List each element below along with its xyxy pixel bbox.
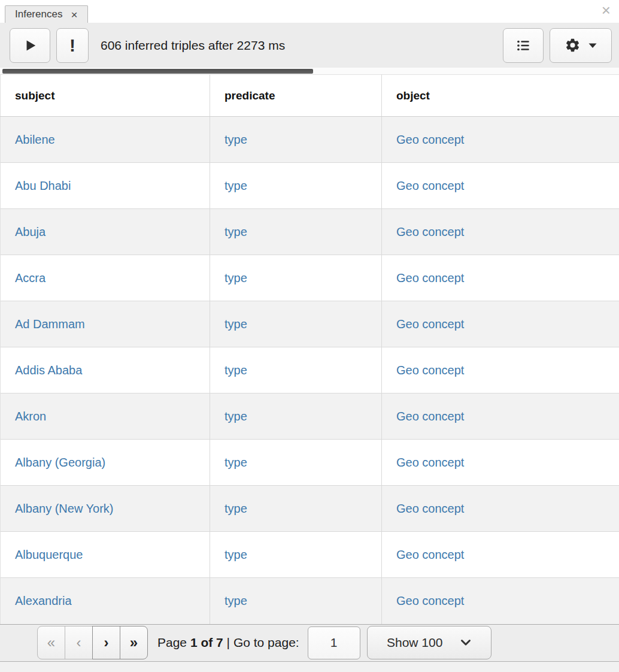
object-link[interactable]: Geo concept <box>396 133 464 146</box>
panel-close-icon[interactable]: × <box>602 2 611 18</box>
tab-label: Inferences <box>15 8 62 20</box>
goto-label: Go to page: <box>233 635 299 649</box>
tab-bar: Inferences × × <box>0 0 619 23</box>
predicate-link[interactable]: type <box>224 317 247 331</box>
next-page-icon: › <box>104 634 109 651</box>
table-row: Albuquerque type Geo concept <box>1 532 619 578</box>
toolbar: ! 606 inferred triples after 2273 ms <box>0 23 619 68</box>
predicate-link[interactable]: type <box>224 456 247 469</box>
subject-link[interactable]: Albuquerque <box>15 548 83 561</box>
object-link[interactable]: Geo concept <box>396 317 464 331</box>
bottom-strip <box>0 662 619 672</box>
table-row: Akron type Geo concept <box>1 393 619 440</box>
object-link[interactable]: Geo concept <box>396 364 464 377</box>
predicate-link[interactable]: type <box>224 179 247 192</box>
predicate-link[interactable]: type <box>224 410 247 423</box>
pagination-bar: « ‹ › » Page 1 of 7 | Go to page: Show 1… <box>0 624 619 662</box>
object-link[interactable]: Geo concept <box>396 456 464 469</box>
object-link[interactable]: Geo concept <box>396 179 464 192</box>
table-row: Abuja type Geo concept <box>1 209 619 255</box>
goto-page-input[interactable] <box>308 626 360 659</box>
predicate-link[interactable]: type <box>224 502 247 515</box>
subject-link[interactable]: Alexandria <box>15 594 72 607</box>
inferences-table: subject predicate object Abilene type Ge… <box>0 74 619 624</box>
separator: | <box>227 635 230 649</box>
predicate-link[interactable]: type <box>224 364 247 377</box>
column-header-object: object <box>382 75 619 117</box>
table-row: Ad Dammam type Geo concept <box>1 301 619 347</box>
table-header-row: subject predicate object <box>1 75 619 117</box>
column-header-predicate: predicate <box>210 75 382 117</box>
run-inference-button[interactable] <box>10 28 50 63</box>
object-link[interactable]: Geo concept <box>396 548 464 561</box>
predicate-link[interactable]: type <box>224 548 247 561</box>
subject-link[interactable]: Albany (Georgia) <box>15 456 105 469</box>
subject-link[interactable]: Albany (New York) <box>15 502 114 515</box>
table-row: Addis Ababa type Geo concept <box>1 347 619 393</box>
explain-button[interactable]: ! <box>56 28 89 63</box>
page-size-label: Show 100 <box>387 635 442 650</box>
object-link[interactable]: Geo concept <box>396 271 464 284</box>
table-row: Abu Dhabi type Geo concept <box>1 163 619 209</box>
next-page-button[interactable]: › <box>92 626 120 659</box>
page-word: Page <box>157 635 187 649</box>
play-icon <box>22 38 38 53</box>
table-row: Albany (New York) type Geo concept <box>1 486 619 532</box>
predicate-link[interactable]: type <box>224 225 247 238</box>
first-page-icon: « <box>47 634 55 651</box>
predicate-link[interactable]: type <box>224 133 247 146</box>
settings-menu-button[interactable] <box>550 28 612 63</box>
pager-button-group: « ‹ › » <box>37 626 148 659</box>
caret-down-icon <box>588 42 597 49</box>
prev-page-button[interactable]: ‹ <box>65 626 93 659</box>
horizontal-scrollbar-track[interactable] <box>0 68 619 74</box>
object-link[interactable]: Geo concept <box>396 410 464 423</box>
object-link[interactable]: Geo concept <box>396 594 464 607</box>
subject-link[interactable]: Abuja <box>15 225 45 238</box>
table-row: Alexandria type Geo concept <box>1 578 619 624</box>
table-row: Accra type Geo concept <box>1 255 619 301</box>
table-row: Abilene type Geo concept <box>1 117 619 163</box>
page-info: 1 of 7 <box>190 635 223 649</box>
last-page-button[interactable]: » <box>120 626 148 659</box>
subject-link[interactable]: Ad Dammam <box>15 317 85 331</box>
subject-link[interactable]: Accra <box>15 271 45 284</box>
gear-icon <box>565 37 581 53</box>
tab-close-icon[interactable]: × <box>71 9 77 20</box>
column-header-subject: subject <box>1 75 210 117</box>
list-view-button[interactable] <box>503 28 544 63</box>
subject-link[interactable]: Akron <box>15 410 46 423</box>
prev-page-icon: ‹ <box>77 634 81 651</box>
predicate-link[interactable]: type <box>224 271 247 284</box>
exclamation-icon: ! <box>69 35 75 56</box>
first-page-button[interactable]: « <box>37 626 65 659</box>
page-size-select[interactable]: Show 100 <box>367 626 491 659</box>
subject-link[interactable]: Abilene <box>15 133 55 146</box>
subject-link[interactable]: Abu Dhabi <box>15 179 71 192</box>
list-icon <box>515 38 531 53</box>
table-row: Albany (Georgia) type Geo concept <box>1 440 619 486</box>
page-status-text: Page 1 of 7 | Go to page: <box>157 635 299 650</box>
horizontal-scrollbar-thumb[interactable] <box>2 69 313 74</box>
tab-inferences[interactable]: Inferences × <box>5 5 88 23</box>
object-link[interactable]: Geo concept <box>396 225 464 238</box>
last-page-icon: » <box>130 634 138 651</box>
status-text: 606 inferred triples after 2273 ms <box>101 38 285 53</box>
subject-link[interactable]: Addis Ababa <box>15 364 82 377</box>
predicate-link[interactable]: type <box>224 594 247 607</box>
chevron-down-icon <box>460 639 471 646</box>
object-link[interactable]: Geo concept <box>396 502 464 515</box>
